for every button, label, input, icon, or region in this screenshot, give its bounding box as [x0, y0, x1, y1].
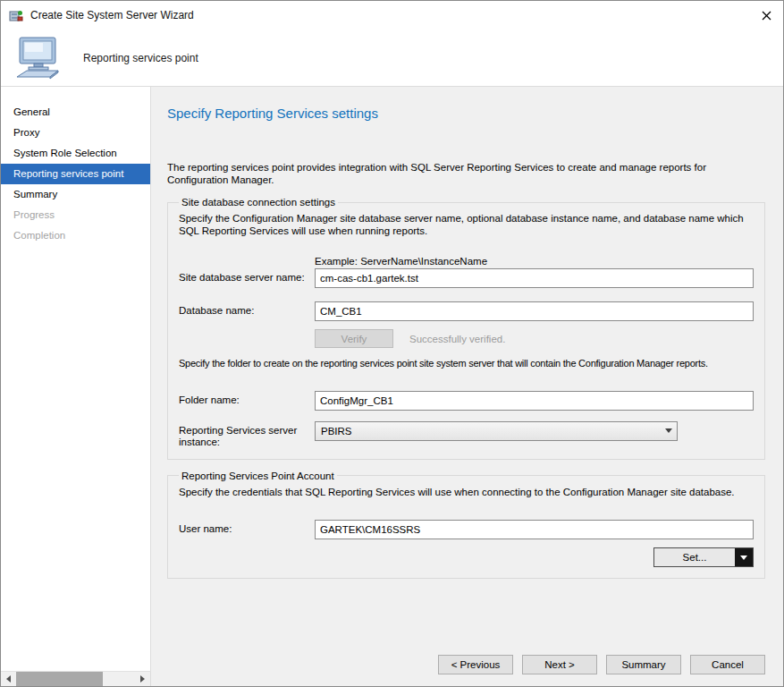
sidebar-item-completion: Completion — [1, 225, 150, 246]
sidebar-item-summary[interactable]: Summary — [1, 184, 150, 205]
chevron-down-icon[interactable] — [735, 548, 753, 566]
username-input[interactable] — [315, 520, 754, 539]
titlebar: Create Site System Server Wizard — [1, 1, 783, 30]
server-name-input[interactable] — [315, 268, 754, 288]
summary-button[interactable]: Summary — [606, 655, 681, 674]
wizard-page-name: Reporting services point — [83, 52, 198, 64]
db-settings-group: Site database connection settings Specif… — [167, 197, 765, 460]
db-settings-description: Specify the Configuration Manager site d… — [179, 213, 754, 237]
arrow-left-icon[interactable] — [1, 672, 16, 686]
set-account-button[interactable]: Set... — [653, 547, 754, 567]
account-description: Specify the credentials that SQL Reporti… — [179, 487, 754, 499]
verify-spacer — [179, 337, 315, 341]
instance-dropdown[interactable]: PBIRS — [315, 421, 678, 441]
verify-status-text: Successfully verified. — [409, 334, 505, 344]
database-name-input[interactable] — [315, 301, 754, 321]
folder-description: Specify the folder to create on the repo… — [179, 358, 754, 370]
sidebar-item-reporting-services-point[interactable]: Reporting services point — [1, 164, 150, 184]
close-button[interactable] — [749, 1, 783, 30]
wizard-nav: General Proxy System Role Selection Repo… — [1, 87, 151, 686]
sidebar-item-progress: Progress — [1, 205, 150, 225]
verify-button[interactable]: Verify — [315, 329, 393, 348]
folder-name-label: Folder name: — [179, 391, 315, 411]
account-group: Reporting Services Point Account Specify… — [167, 471, 765, 580]
reporting-services-point-icon — [13, 36, 62, 81]
arrow-right-icon[interactable] — [135, 672, 150, 686]
window-title: Create Site System Server Wizard — [30, 9, 194, 21]
account-group-title: Reporting Services Point Account — [179, 471, 337, 481]
scrollbar-thumb[interactable] — [16, 672, 103, 686]
cancel-button[interactable]: Cancel — [690, 655, 765, 674]
close-icon — [762, 11, 771, 21]
wizard-window: Create Site System Server Wizard Re — [0, 0, 784, 687]
scrollbar-track[interactable] — [16, 672, 135, 686]
instance-label: Reporting Services server instance: — [179, 421, 315, 448]
folder-name-input[interactable] — [315, 391, 754, 411]
horizontal-scrollbar[interactable] — [1, 671, 151, 686]
instance-selected-value: PBIRS — [321, 426, 352, 437]
db-settings-group-title: Site database connection settings — [179, 197, 338, 208]
sidebar-item-general[interactable]: General — [1, 102, 150, 123]
previous-button[interactable]: < Previous — [438, 655, 513, 674]
database-name-label: Database name: — [179, 301, 315, 321]
next-button[interactable]: Next > — [522, 655, 597, 674]
page-title: Specify Reporting Services settings — [167, 87, 765, 121]
footer-buttons: < Previous Next > Summary Cancel — [438, 655, 765, 674]
wizard-app-icon — [9, 8, 23, 22]
set-button-label: Set... — [654, 548, 735, 566]
sidebar-item-system-role-selection[interactable]: System Role Selection — [1, 143, 150, 164]
chevron-down-icon — [660, 422, 677, 440]
example-text: Example: ServerName\InstanceName — [315, 256, 754, 267]
server-name-label: Site database server name: — [179, 268, 315, 288]
sidebar-item-proxy[interactable]: Proxy — [1, 123, 150, 143]
wizard-header: Reporting services point — [1, 30, 783, 87]
main-panel: Specify Reporting Services settings The … — [151, 87, 783, 686]
username-label: User name: — [179, 520, 315, 539]
intro-text: The reporting services point provides in… — [167, 162, 761, 186]
